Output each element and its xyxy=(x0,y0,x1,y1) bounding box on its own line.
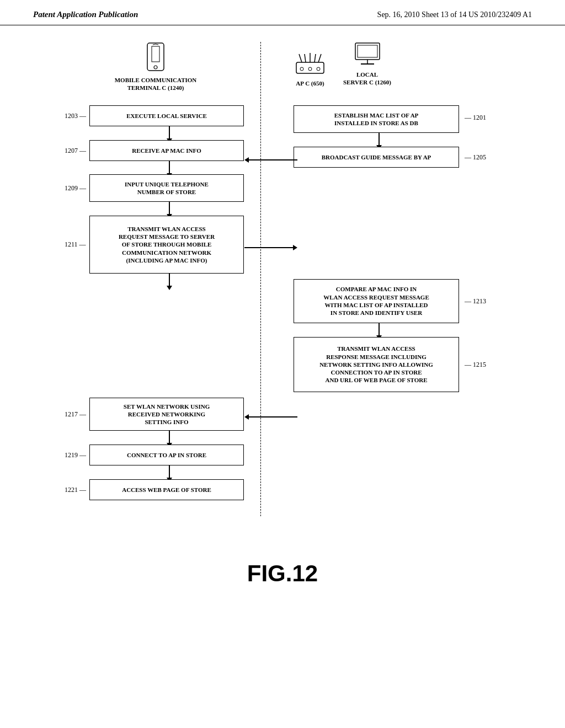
svg-line-5 xyxy=(305,54,306,62)
svg-point-9 xyxy=(300,67,303,71)
label-1219: 1219 — xyxy=(65,451,86,459)
svg-line-8 xyxy=(318,54,321,62)
label-1205: — 1205 xyxy=(465,153,486,162)
label-1215: — 1215 xyxy=(465,361,486,369)
mobile-phone-icon xyxy=(142,42,169,75)
server-label: LOCALSERVER C (1260) xyxy=(343,71,391,87)
svg-point-10 xyxy=(308,67,312,71)
box-1217: SET WLAN NETWORK USINGRECEIVED NETWORKIN… xyxy=(89,398,244,431)
diagram-container: MOBILE COMMUNICATIONTERMINAL C (1240) xyxy=(56,42,509,549)
left-column-title: MOBILE COMMUNICATIONTERMINAL C (1240) xyxy=(100,76,211,92)
label-1207: 1207 — xyxy=(65,147,86,155)
label-1213: — 1213 xyxy=(465,297,486,306)
mobile-icon-area: MOBILE COMMUNICATIONTERMINAL C (1240) xyxy=(100,42,211,92)
label-1211: 1211 — xyxy=(65,240,86,249)
publication-info: Sep. 16, 2010 Sheet 13 of 14 US 2010/232… xyxy=(377,10,532,19)
ap-router-icon xyxy=(294,51,327,78)
svg-rect-13 xyxy=(358,45,377,57)
page-header: Patent Application Publication Sep. 16, … xyxy=(0,0,565,25)
box-1207: RECEIVE AP MAC INFO xyxy=(89,140,244,161)
svg-rect-0 xyxy=(147,43,164,71)
box-1215: TRANSMIT WLAN ACCESSRESPONSE MESSAGE INC… xyxy=(294,337,459,392)
svg-rect-2 xyxy=(152,46,159,62)
label-1201: — 1201 xyxy=(465,114,486,122)
server-icon-area: LOCALSERVER C (1260) xyxy=(343,42,391,87)
ap-label: AP C (650) xyxy=(294,80,327,87)
divider-line xyxy=(260,42,262,516)
server-icon xyxy=(351,42,384,68)
arrow-1211-to-1213 xyxy=(244,245,297,250)
svg-point-11 xyxy=(317,67,320,71)
ap-icon-area: AP C (650) xyxy=(294,51,327,87)
label-1217: 1217 — xyxy=(65,410,86,419)
svg-point-1 xyxy=(154,66,157,69)
box-1205: BROADCAST GUIDE MESSAGE BY AP xyxy=(294,147,459,168)
box-1213: COMPARE AP MAC INFO INWLAN ACCESS REQUES… xyxy=(294,279,459,323)
box-1219: CONNECT TO AP IN STORE xyxy=(89,445,244,465)
diagram-area: MOBILE COMMUNICATIONTERMINAL C (1240) xyxy=(0,25,565,603)
label-1203: 1203 — xyxy=(65,112,86,120)
box-1221: ACCESS WEB PAGE OF STORE xyxy=(89,479,244,500)
arrow-1215-to-1217 xyxy=(244,414,297,420)
publication-label: Patent Application Publication xyxy=(33,10,138,19)
label-1221: 1221 — xyxy=(65,486,86,494)
figure-caption: FIG.12 xyxy=(33,560,532,587)
box-1203: EXECUTE LOCAL SERVICE xyxy=(89,105,244,126)
svg-line-7 xyxy=(315,54,316,62)
box-1209: INPUT UNIQUE TELEPHONENUMBER OF STORE xyxy=(89,174,244,202)
label-1209: 1209 — xyxy=(65,184,86,192)
svg-line-4 xyxy=(299,54,302,62)
box-1201: ESTABLISH MAC LIST OF APINSTALLED IN STO… xyxy=(294,105,459,133)
arrow-1211-down xyxy=(167,274,172,290)
box-1211: TRANSMIT WLAN ACCESSREQUEST MESSAGE TO S… xyxy=(89,216,244,274)
right-icons-area: AP C (650) LOCALSERVER C (1260) xyxy=(294,42,481,87)
arrow-1205-to-1207 xyxy=(244,157,297,163)
